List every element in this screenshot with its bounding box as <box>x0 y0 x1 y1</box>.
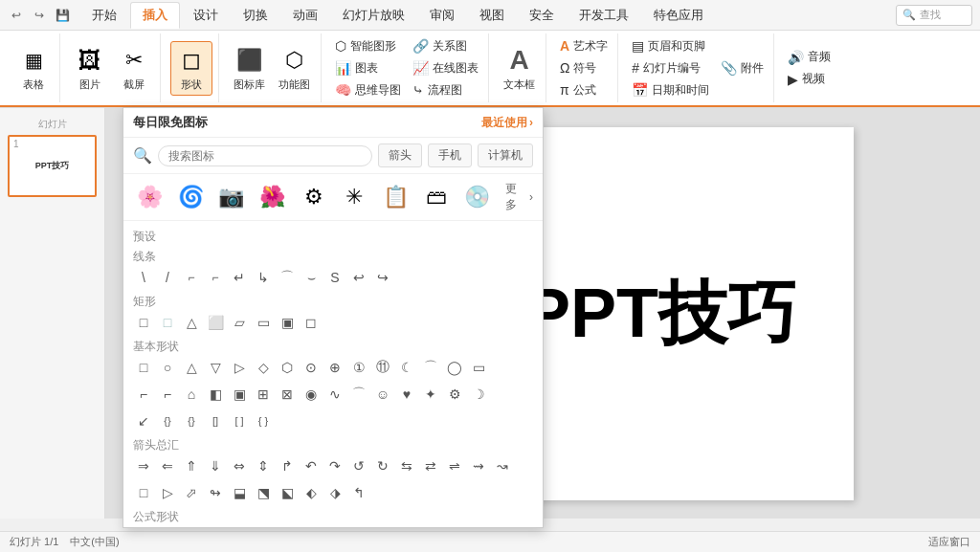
rect-shape-5[interactable]: ▱ <box>229 312 250 333</box>
tab-review[interactable]: 审阅 <box>418 2 466 29</box>
arrow-shape-2[interactable]: ⇐ <box>157 455 178 476</box>
basic-shape-20[interactable]: ▣ <box>229 384 250 405</box>
arrow-shape-15[interactable]: ⇝ <box>468 455 489 476</box>
arrow-shape-5[interactable]: ⇔ <box>229 455 250 476</box>
arrow-shape-25[interactable]: ⬗ <box>324 482 345 503</box>
basic-shape-8[interactable]: ⊙ <box>301 357 322 378</box>
audio-button[interactable]: 🔊 音频 <box>784 47 835 67</box>
datetime-button[interactable]: 📅 日期和时间 <box>628 80 713 100</box>
line-shape-10[interactable]: ↩ <box>348 267 369 288</box>
slide-number-button[interactable]: # 幻灯片编号 <box>628 58 713 78</box>
basic-shape-32[interactable]: {} <box>157 410 178 431</box>
basic-shape-21[interactable]: ⊞ <box>253 384 274 405</box>
line-shape-8[interactable]: ⌣ <box>301 267 322 288</box>
line-shape-7[interactable]: ⌒ <box>277 267 298 288</box>
arrow-shape-23[interactable]: ⬕ <box>277 482 298 503</box>
basic-shape-2[interactable]: ○ <box>157 357 178 378</box>
tab-security[interactable]: 安全 <box>518 2 566 29</box>
icon-preview-8[interactable]: 🗃 <box>419 180 453 214</box>
image-button[interactable]: 🖼 图片 <box>70 42 110 95</box>
attach-button[interactable]: 📎 附件 <box>717 58 768 78</box>
filter-computer-button[interactable]: 计算机 <box>478 144 533 167</box>
basic-shape-18[interactable]: ⌂ <box>181 384 202 405</box>
basic-shape-16[interactable]: ⌐ <box>133 384 154 405</box>
basic-shape-17[interactable]: ⌐ <box>157 384 178 405</box>
tab-slideshow[interactable]: 幻灯片放映 <box>331 2 416 29</box>
tab-developer[interactable]: 开发工具 <box>568 2 640 29</box>
icon-search-input[interactable] <box>158 145 372 166</box>
basic-shape-1[interactable]: □ <box>133 357 154 378</box>
video-button[interactable]: ▶ 视频 <box>784 69 835 89</box>
basic-shape-10[interactable]: ① <box>348 357 369 378</box>
tab-design[interactable]: 设计 <box>182 2 230 29</box>
relation-button[interactable]: 🔗 关系图 <box>409 36 482 56</box>
arrow-shape-9[interactable]: ↷ <box>324 455 345 476</box>
icon-preview-3[interactable]: 📷 <box>215 180 249 214</box>
rect-shape-7[interactable]: ▣ <box>277 312 298 333</box>
arrow-shape-14[interactable]: ⇌ <box>444 455 465 476</box>
tab-view[interactable]: 视图 <box>468 2 516 29</box>
undo-icon[interactable]: ↩ <box>8 7 25 24</box>
arrow-shape-20[interactable]: ↬ <box>205 482 226 503</box>
arrow-shape-7[interactable]: ↱ <box>277 455 298 476</box>
arrow-shape-18[interactable]: ▷ <box>157 482 178 503</box>
icon-preview-1[interactable]: 🌸 <box>133 180 167 214</box>
basic-shape-28[interactable]: ✦ <box>420 384 441 405</box>
basic-shape-25[interactable]: ⌒ <box>348 384 369 405</box>
redo-icon[interactable]: ↪ <box>31 7 48 24</box>
basic-shape-13[interactable]: ⌒ <box>420 357 441 378</box>
arrow-shape-26[interactable]: ↰ <box>348 482 369 503</box>
basic-shape-7[interactable]: ⬡ <box>277 357 298 378</box>
icon-library-button[interactable]: ⬛ 图标库 <box>229 42 270 95</box>
basic-shape-5[interactable]: ▷ <box>229 357 250 378</box>
basic-shape-26[interactable]: ☺ <box>372 384 393 405</box>
arrow-shape-22[interactable]: ⬔ <box>253 482 274 503</box>
line-shape-3[interactable]: ⌐ <box>181 267 202 288</box>
tab-animation[interactable]: 动画 <box>281 2 329 29</box>
function-chart-button[interactable]: ⬡ 功能图 <box>274 42 315 95</box>
online-chart-button[interactable]: 📈 在线图表 <box>409 58 482 78</box>
art-text-button[interactable]: A 艺术字 <box>556 36 612 56</box>
table-button[interactable]: ▦ 表格 <box>13 42 54 95</box>
basic-shape-30[interactable]: ☽ <box>468 384 489 405</box>
arrow-shape-3[interactable]: ⇑ <box>181 455 202 476</box>
formula-button[interactable]: π 公式 <box>556 80 612 100</box>
arrow-shape-8[interactable]: ↶ <box>301 455 322 476</box>
slide-thumbnail[interactable]: 1 PPT技巧 <box>8 135 97 197</box>
basic-shape-23[interactable]: ◉ <box>301 384 322 405</box>
shape-button[interactable]: ◻ 形状 <box>170 41 212 96</box>
textbox-button[interactable]: A 文本框 <box>499 42 540 95</box>
arrow-shape-17[interactable]: □ <box>133 482 154 503</box>
search-top[interactable]: 🔍查找 <box>896 5 972 26</box>
basic-shape-14[interactable]: ◯ <box>444 357 465 378</box>
basic-shape-6[interactable]: ◇ <box>253 357 274 378</box>
basic-shape-19[interactable]: ◧ <box>205 384 226 405</box>
flowchart-button[interactable]: ⤷ 流程图 <box>409 80 482 100</box>
basic-shape-22[interactable]: ⊠ <box>277 384 298 405</box>
arrow-shape-1[interactable]: ⇒ <box>133 455 154 476</box>
arrow-shape-11[interactable]: ↻ <box>372 455 393 476</box>
more-icons-button[interactable]: 更多 › <box>505 181 533 213</box>
arrow-shape-6[interactable]: ⇕ <box>253 455 274 476</box>
basic-shape-15[interactable]: ▭ <box>468 357 489 378</box>
rect-shape-1[interactable]: □ <box>133 312 154 333</box>
rect-shape-3[interactable]: △ <box>181 312 202 333</box>
arrow-shape-16[interactable]: ↝ <box>492 455 513 476</box>
icon-preview-7[interactable]: 📋 <box>379 180 412 214</box>
header-footer-button[interactable]: ▤ 页眉和页脚 <box>628 36 713 56</box>
arrow-shape-13[interactable]: ⇄ <box>420 455 441 476</box>
rect-shape-4[interactable]: ⬜ <box>205 312 226 333</box>
rect-shape-6[interactable]: ▭ <box>253 312 274 333</box>
basic-shape-34[interactable]: [] <box>205 410 226 431</box>
basic-shape-4[interactable]: ▽ <box>205 357 226 378</box>
save-icon[interactable]: 💾 <box>54 7 71 24</box>
basic-shape-27[interactable]: ♥ <box>396 384 417 405</box>
arrow-shape-19[interactable]: ⬀ <box>181 482 202 503</box>
icon-preview-9[interactable]: 💿 <box>460 180 494 214</box>
tab-insert[interactable]: 插入 <box>130 2 180 29</box>
icon-preview-2[interactable]: 🌀 <box>174 180 208 214</box>
basic-shape-36[interactable]: { } <box>253 410 274 431</box>
basic-shape-12[interactable]: ☾ <box>396 357 417 378</box>
basic-shape-35[interactable]: [ ] <box>229 410 250 431</box>
icon-preview-4[interactable]: 🌺 <box>256 180 289 214</box>
